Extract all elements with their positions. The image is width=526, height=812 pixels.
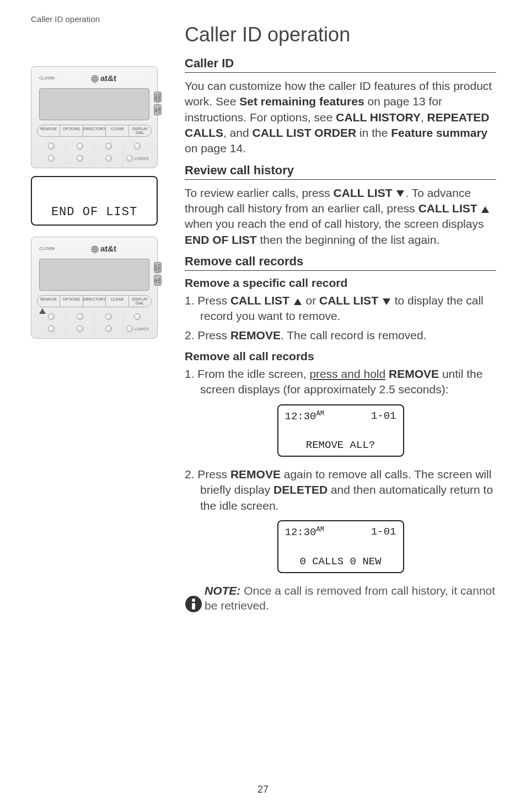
page-number: 27 [0, 784, 526, 795]
display-dial-label: DISPLAY DIAL [129, 296, 151, 307]
att-logo: at&t [58, 244, 149, 253]
main-column: Caller ID operation Caller ID You can cu… [185, 23, 496, 613]
note-label: NOTE: [205, 584, 240, 597]
phone-label-row: REMOVE OPTIONS DIRECTORY CLEAR DISPLAY D… [37, 125, 152, 137]
screen-date: 1-01 [371, 526, 396, 538]
screen-date: 1-01 [371, 410, 396, 423]
triangle-down-icon [396, 190, 404, 197]
phone-button [48, 143, 55, 149]
remove-records-heading: Remove call records [185, 254, 496, 271]
phone-button [105, 313, 112, 320]
remove-all-screen: 12:30AM 1-01 REMOVE ALL? [277, 404, 404, 457]
phone-illustration-1: CL2909 at&t CALL LIST ALL IN REMOVE OPTI… [31, 66, 158, 168]
remove-specific-step2: 2. Press REMOVE. The call record is remo… [185, 328, 496, 343]
page-header: Caller ID operation [31, 14, 100, 24]
remove-specific-heading: Remove a specific call record [185, 276, 496, 290]
phone-button [48, 325, 55, 332]
page-title: Caller ID operation [185, 23, 496, 46]
note: NOTE: Once a call is removed from call h… [185, 583, 496, 613]
lower-label: LOWER [135, 157, 149, 161]
remove-all-heading: Remove all call records [185, 350, 496, 363]
display-dial-label: DISPLAY DIAL [129, 125, 151, 136]
phone-button [105, 325, 112, 332]
phone-model: CL2909 [39, 246, 55, 251]
phone-button [48, 155, 55, 162]
remove-label: REMOVE [37, 125, 60, 136]
all-in-side-button: ALL IN [154, 275, 162, 286]
review-history-heading: Review call history [185, 163, 496, 180]
screen-ampm: AM [316, 410, 324, 418]
idle-screen: 12:30AM 1-01 0 CALLS 0 NEW [277, 520, 404, 573]
phone-button [105, 143, 112, 149]
left-column: CL2909 at&t CALL LIST ALL IN REMOVE OPTI… [31, 66, 163, 346]
phone-button [134, 143, 141, 149]
phone-illustration-2: CL2909 at&t CALL LIST ALL IN REMOVE OPTI… [31, 237, 158, 339]
caller-id-text: You can customize how the caller ID feat… [185, 78, 496, 157]
phone-button [77, 313, 83, 320]
phone-button [126, 155, 133, 162]
directory-label: DIRECTORY [83, 296, 106, 307]
svg-point-1 [192, 599, 195, 602]
svg-rect-2 [192, 603, 195, 610]
note-text: Once a call is removed from call history… [205, 584, 495, 612]
review-history-text: To review earlier calls, press CALL LIST… [185, 185, 496, 248]
info-icon [185, 595, 202, 613]
screen-message: 0 CALLS 0 NEW [285, 555, 396, 568]
arrow-up-icon [39, 308, 46, 314]
phone-button [77, 155, 83, 162]
screen-message: REMOVE ALL? [285, 439, 396, 451]
phone-button [105, 155, 112, 162]
all-in-side-button: ALL IN [154, 104, 162, 115]
phone-button [126, 325, 133, 332]
call-list-side-button: CALL LIST [154, 262, 162, 273]
screen-time: 12:30 [285, 527, 316, 539]
phone-button [77, 143, 83, 149]
caller-id-heading: Caller ID [185, 56, 496, 73]
phone-model: CL2909 [39, 76, 55, 81]
screen-ampm: AM [316, 526, 324, 533]
remove-all-step1: 1. From the idle screen, press and hold … [185, 366, 496, 398]
end-of-list-screen: END OF LIST [31, 176, 158, 226]
directory-label: DIRECTORY [83, 125, 106, 136]
lower-label: LOWER [135, 327, 149, 331]
clear-label: CLEAR [106, 296, 128, 307]
triangle-up-icon [294, 298, 302, 305]
phone-button [48, 313, 55, 320]
phone-button [77, 325, 83, 332]
remove-all-step2: 2. Press REMOVE again to remove all call… [185, 467, 496, 514]
remove-label: REMOVE [37, 296, 60, 307]
options-label: OPTIONS [60, 125, 83, 136]
screen-time: 12:30 [285, 410, 316, 423]
phone-lcd [39, 88, 149, 120]
call-list-side-button: CALL LIST [154, 92, 162, 103]
triangle-down-icon [383, 298, 390, 305]
remove-specific-step1: 1. Press CALL LIST or CALL LIST to displ… [185, 293, 496, 324]
phone-lcd [39, 259, 149, 291]
triangle-up-icon [481, 206, 489, 213]
options-label: OPTIONS [60, 296, 83, 307]
clear-label: CLEAR [106, 125, 128, 136]
phone-button [134, 313, 141, 320]
phone-label-row: REMOVE OPTIONS DIRECTORY CLEAR DISPLAY D… [37, 295, 152, 307]
att-logo: at&t [58, 73, 149, 83]
